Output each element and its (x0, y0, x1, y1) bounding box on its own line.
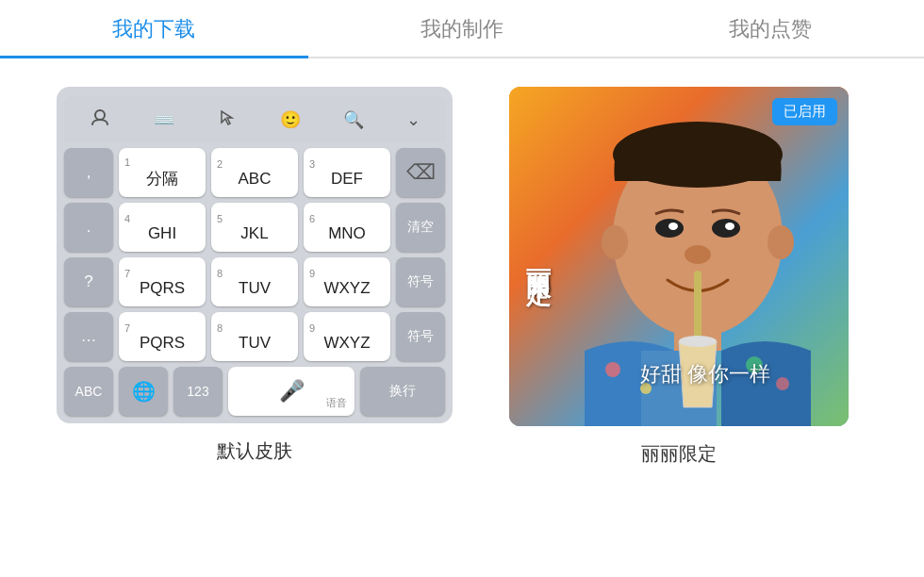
key-period[interactable]: . (64, 203, 113, 252)
keyboard-toolbar: ⌨️ 🙂 🔍 ⌄ (64, 96, 445, 142)
key-6-mno[interactable]: 6 MNO (304, 203, 390, 252)
key-123[interactable]: 123 (173, 367, 223, 416)
svg-point-9 (725, 223, 734, 230)
svg-point-4 (602, 225, 628, 259)
keyboard-icon[interactable]: ⌨️ (144, 106, 184, 134)
collapse-icon[interactable]: ⌄ (397, 106, 430, 134)
keyboard-card: ⌨️ 🙂 🔍 ⌄ , 1 (57, 87, 453, 464)
backspace-icon: ⌫ (406, 160, 436, 185)
tab-downloads[interactable]: 我的下载 (0, 15, 308, 57)
skin-name-label: 丽丽限定 (641, 441, 717, 467)
cursor-icon[interactable] (207, 103, 247, 136)
svg-point-8 (668, 223, 678, 230)
keyboard-row-3: ? 7 PQRS 8 TUV 9 WXYZ 符号 (64, 257, 445, 306)
keyboard-wrapper: ⌨️ 🙂 🔍 ⌄ , 1 (57, 87, 453, 423)
microphone-icon: 🎤 (279, 379, 305, 404)
skin-card: 已启用 丽丽限定 好甜 像你一样 丽丽限定 (509, 87, 849, 467)
key-abc[interactable]: ABC (64, 367, 113, 416)
key-7-pqrs[interactable]: 7 PQRS (119, 257, 206, 306)
svg-rect-11 (694, 271, 701, 346)
key-8-tuv[interactable]: 8 TUV (211, 257, 298, 306)
main-content: ⌨️ 🙂 🔍 ⌄ , 1 (0, 58, 924, 486)
key-space[interactable]: 语音 🎤 (228, 367, 355, 416)
enabled-badge: 已启用 (772, 98, 837, 125)
keyboard-skin-label: 默认皮肤 (217, 438, 292, 464)
svg-point-12 (679, 336, 717, 347)
search-icon[interactable]: 🔍 (334, 106, 373, 134)
skin-preview[interactable]: 已启用 丽丽限定 好甜 像你一样 (509, 87, 849, 426)
svg-point-17 (776, 377, 789, 390)
key-1-fenka[interactable]: 1 分隔 (119, 148, 206, 197)
key-9b-wxyz[interactable]: 9 WXYZ (304, 312, 390, 361)
key-return[interactable]: 换行 (360, 367, 445, 416)
baidu-icon[interactable] (79, 102, 121, 137)
keyboard-row-1: , 1 分隔 2 ABC 3 DEF ⌫ (64, 148, 445, 197)
svg-point-10 (685, 245, 711, 264)
key-symbol-b[interactable]: 符号 (396, 312, 445, 361)
tabs-bar: 我的下载 我的制作 我的点赞 (0, 0, 924, 58)
svg-point-14 (605, 362, 620, 377)
key-comma[interactable]: , (64, 148, 113, 197)
keyboard-rows: , 1 分隔 2 ABC 3 DEF ⌫ (64, 148, 445, 416)
space-sublabel: 语音 (326, 396, 347, 410)
svg-point-5 (767, 225, 794, 259)
keyboard-row-4: … 7 PQRS 8 TUV 9 WXYZ 符号 (64, 312, 445, 361)
skin-caption: 好甜 像你一样 (640, 360, 770, 388)
key-symbol[interactable]: 符号 (396, 257, 445, 306)
globe-icon: 🌐 (132, 380, 156, 403)
key-backspace[interactable]: ⌫ (396, 148, 445, 197)
tab-likes[interactable]: 我的点赞 (616, 15, 924, 57)
key-4-ghi[interactable]: 4 GHI (119, 203, 206, 252)
keyboard-row-2: . 4 GHI 5 JKL 6 MNO 清空 (64, 203, 445, 252)
emoji-icon[interactable]: 🙂 (271, 106, 310, 134)
key-8b-tuv[interactable]: 8 TUV (211, 312, 298, 361)
key-9-wxyz[interactable]: 9 WXYZ (304, 257, 390, 306)
skin-left-text: 丽丽限定 (522, 249, 555, 264)
key-clear[interactable]: 清空 (396, 203, 445, 252)
key-3-def[interactable]: 3 DEF (304, 148, 390, 197)
tab-active-indicator (0, 56, 308, 58)
svg-point-0 (95, 110, 105, 120)
tab-create[interactable]: 我的制作 (308, 15, 617, 57)
key-5-jkl[interactable]: 5 JKL (211, 203, 298, 252)
key-2-abc[interactable]: 2 ABC (211, 148, 298, 197)
keyboard-bottom-row: ABC 🌐 123 语音 🎤 换行 (64, 367, 445, 416)
key-ellipsis[interactable]: … (64, 312, 113, 361)
key-question[interactable]: ? (64, 257, 113, 306)
key-7b-pqrs[interactable]: 7 PQRS (119, 312, 206, 361)
key-globe[interactable]: 🌐 (119, 367, 168, 416)
